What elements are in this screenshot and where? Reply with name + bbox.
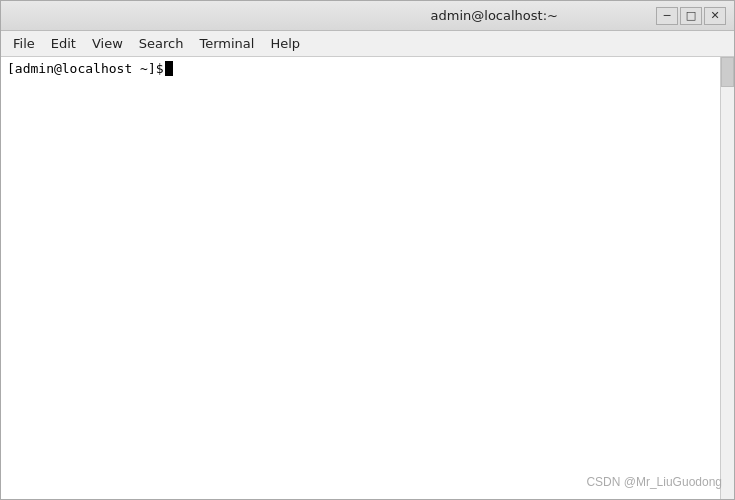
close-button[interactable]: ✕ [704,7,726,25]
menu-terminal[interactable]: Terminal [191,33,262,54]
terminal-window: admin@localhost:~ ─ □ ✕ File Edit View S… [0,0,735,500]
maximize-button[interactable]: □ [680,7,702,25]
menu-view[interactable]: View [84,33,131,54]
menu-bar: File Edit View Search Terminal Help [1,31,734,57]
window-title: admin@localhost:~ [333,8,657,23]
scrollbar[interactable] [720,57,734,499]
title-bar-controls: ─ □ ✕ [656,7,726,25]
terminal-cursor [165,61,173,76]
menu-file[interactable]: File [5,33,43,54]
menu-search[interactable]: Search [131,33,192,54]
watermark: CSDN @Mr_LiuGuodong [586,475,722,489]
menu-edit[interactable]: Edit [43,33,84,54]
title-bar: admin@localhost:~ ─ □ ✕ [1,1,734,31]
scrollbar-thumb[interactable] [721,57,734,87]
terminal-prompt-line: [admin@localhost ~]$ [7,61,728,76]
minimize-button[interactable]: ─ [656,7,678,25]
prompt-text: [admin@localhost ~]$ [7,61,164,76]
terminal-body[interactable]: [admin@localhost ~]$ CSDN @Mr_LiuGuodong [1,57,734,499]
menu-help[interactable]: Help [262,33,308,54]
